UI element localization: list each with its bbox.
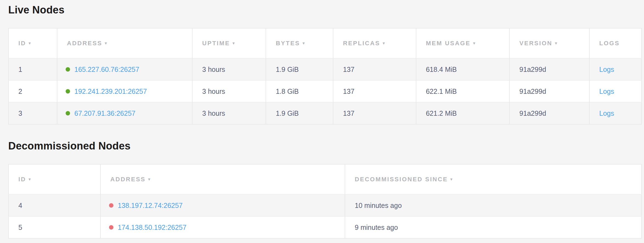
sort-arrow-icon: ▾ (303, 41, 305, 46)
node-address-cell: 174.138.50.192:26257 (101, 216, 345, 238)
node-uptime-cell: 3 hours (192, 102, 266, 124)
node-id-cell: 5 (9, 216, 101, 238)
node-live-status-dot-icon (66, 89, 70, 94)
node-address-cell: 165.227.60.76:26257 (57, 58, 193, 80)
node-uptime-cell: 3 hours (192, 80, 266, 102)
sort-arrow-icon: ▾ (29, 41, 31, 46)
node-address-cell: 138.197.12.74:26257 (101, 194, 345, 216)
column-header-label: ID (18, 176, 26, 183)
node-address-link[interactable]: 165.227.60.76:26257 (74, 66, 139, 73)
node-replicas-cell: 137 (333, 58, 416, 80)
column-header-replicas[interactable]: REPLICAS▾ (333, 28, 416, 58)
node-bytes-cell: 1.9 GiB (266, 58, 333, 80)
node-id-cell: 1 (9, 58, 57, 80)
sort-arrow-icon: ▾ (383, 41, 385, 46)
node-id-cell: 4 (9, 194, 101, 216)
node-logs-link[interactable]: Logs (599, 87, 614, 95)
column-header-logs: LOGS (589, 28, 642, 58)
node-mem-usage-cell: 621.2 MiB (416, 102, 510, 124)
nodes-overview-page: Live Nodes ID▾ ADDRESS▾ UPTIME▾ BYTES▾ (0, 0, 644, 239)
node-id-cell: 3 (9, 102, 57, 124)
node-decommissioned-since-cell: 9 minutes ago (345, 216, 642, 238)
node-decommissioned-status-dot-icon (109, 203, 113, 208)
node-address-link[interactable]: 67.207.91.36:26257 (74, 109, 135, 117)
node-mem-usage-cell: 618.4 MiB (416, 58, 510, 80)
column-header-label: MEM USAGE (426, 40, 471, 47)
node-logs-link[interactable]: Logs (599, 109, 614, 117)
node-logs-link[interactable]: Logs (599, 66, 614, 73)
column-header-label: UPTIME (202, 40, 230, 47)
node-logs-cell: Logs (589, 80, 642, 102)
column-header-address[interactable]: ADDRESS▾ (57, 28, 193, 58)
node-id-cell: 2 (9, 80, 57, 102)
node-decommissioned-since-cell: 10 minutes ago (345, 194, 642, 216)
decommissioned-nodes-table: ID▾ ADDRESS▾ DECOMMISSIONED SINCE▾ 4 138… (8, 164, 642, 239)
table-row: 1 165.227.60.76:26257 3 hours 1.9 GiB 13… (9, 58, 642, 80)
decommissioned-nodes-header-row: ID▾ ADDRESS▾ DECOMMISSIONED SINCE▾ (9, 164, 642, 194)
node-logs-cell: Logs (589, 58, 642, 80)
node-replicas-cell: 137 (333, 102, 416, 124)
node-bytes-cell: 1.8 GiB (266, 80, 333, 102)
table-row: 5 174.138.50.192:26257 9 minutes ago (9, 216, 642, 238)
node-address-cell: 67.207.91.36:26257 (57, 102, 193, 124)
column-header-id[interactable]: ID▾ (9, 164, 101, 194)
table-row: 4 138.197.12.74:26257 10 minutes ago (9, 194, 642, 216)
decommissioned-nodes-title: Decommissioned Nodes (8, 125, 642, 152)
node-replicas-cell: 137 (333, 80, 416, 102)
column-header-label: REPLICAS (343, 40, 380, 47)
column-header-bytes[interactable]: BYTES▾ (266, 28, 333, 58)
sort-arrow-icon: ▾ (148, 177, 150, 182)
column-header-decommissioned-since[interactable]: DECOMMISSIONED SINCE▾ (345, 164, 642, 194)
sort-arrow-icon: ▾ (450, 177, 453, 182)
sort-arrow-icon: ▾ (555, 41, 557, 46)
column-header-version[interactable]: VERSION▾ (509, 28, 589, 58)
node-live-status-dot-icon (66, 111, 70, 115)
node-bytes-cell: 1.9 GiB (266, 102, 333, 124)
sort-arrow-icon: ▾ (29, 177, 31, 182)
column-header-label: ADDRESS (110, 176, 146, 183)
node-live-status-dot-icon (66, 67, 70, 72)
sort-arrow-icon: ▾ (105, 41, 107, 46)
node-mem-usage-cell: 622.1 MiB (416, 80, 510, 102)
sort-arrow-icon: ▾ (232, 41, 235, 46)
live-nodes-header-row: ID▾ ADDRESS▾ UPTIME▾ BYTES▾ REPLICAS▾ ME… (9, 28, 642, 58)
column-header-label: ADDRESS (67, 40, 102, 47)
column-header-label: LOGS (599, 40, 620, 47)
live-nodes-table: ID▾ ADDRESS▾ UPTIME▾ BYTES▾ REPLICAS▾ ME… (8, 28, 642, 125)
node-uptime-cell: 3 hours (192, 58, 266, 80)
column-header-label: VERSION (519, 40, 552, 47)
node-address-link[interactable]: 174.138.50.192:26257 (118, 224, 186, 231)
node-version-cell: 91a299d (509, 102, 589, 124)
node-decommissioned-status-dot-icon (109, 225, 113, 230)
column-header-uptime[interactable]: UPTIME▾ (192, 28, 266, 58)
column-header-id[interactable]: ID▾ (9, 28, 57, 58)
column-header-label: BYTES (276, 40, 300, 47)
column-header-label: ID (18, 40, 26, 47)
node-address-link[interactable]: 138.197.12.74:26257 (118, 202, 183, 209)
table-row: 2 192.241.239.201:26257 3 hours 1.8 GiB … (9, 80, 642, 102)
sort-arrow-icon: ▾ (473, 41, 475, 46)
table-row: 3 67.207.91.36:26257 3 hours 1.9 GiB 137… (9, 102, 642, 124)
column-header-mem-usage[interactable]: MEM USAGE▾ (416, 28, 510, 58)
live-nodes-title: Live Nodes (8, 0, 642, 16)
column-header-address[interactable]: ADDRESS▾ (101, 164, 345, 194)
column-header-label: DECOMMISSIONED SINCE (355, 176, 448, 183)
node-version-cell: 91a299d (509, 80, 589, 102)
node-address-cell: 192.241.239.201:26257 (57, 80, 193, 102)
node-version-cell: 91a299d (509, 58, 589, 80)
node-address-link[interactable]: 192.241.239.201:26257 (74, 87, 147, 95)
node-logs-cell: Logs (589, 102, 642, 124)
